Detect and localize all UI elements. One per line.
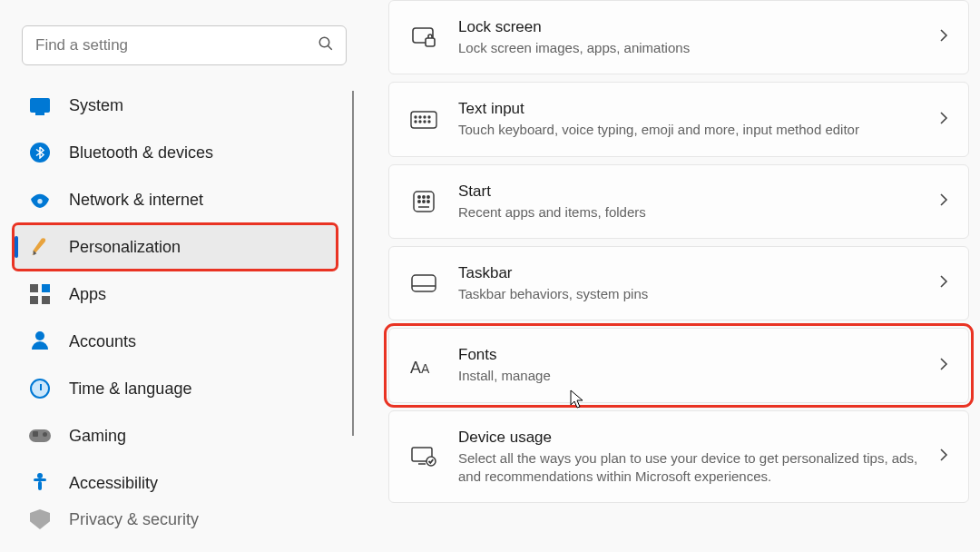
svg-point-18 xyxy=(418,201,420,202)
sidebar-scrollbar[interactable] xyxy=(352,91,354,436)
device-usage-icon xyxy=(409,446,438,468)
svg-point-7 xyxy=(419,116,421,118)
accessibility-icon xyxy=(27,473,53,493)
content-panel: Lock screen Lock screen images, apps, an… xyxy=(388,0,969,552)
sidebar-nav: System Bluetooth & devices Network & int… xyxy=(13,82,356,532)
card-text-input[interactable]: Text input Touch keyboard, voice typing,… xyxy=(388,82,969,156)
paintbrush-icon xyxy=(27,237,53,257)
card-title: Lock screen xyxy=(458,17,919,37)
sidebar-item-label: Network & internet xyxy=(69,191,203,210)
card-subtitle: Touch keyboard, voice typing, emoji and … xyxy=(458,121,919,139)
sidebar-item-accessibility[interactable]: Accessibility xyxy=(13,459,338,507)
card-subtitle: Recent apps and items, folders xyxy=(458,203,919,222)
sidebar-item-label: Bluetooth & devices xyxy=(69,143,213,163)
svg-point-6 xyxy=(415,116,416,118)
start-menu-icon xyxy=(409,190,438,213)
card-text: Start Recent apps and items, folders xyxy=(458,182,919,222)
card-fonts[interactable]: AA Fonts Install, manage xyxy=(388,328,969,402)
sidebar-item-label: Gaming xyxy=(69,427,126,446)
card-lock-screen[interactable]: Lock screen Lock screen images, apps, an… xyxy=(388,0,969,74)
svg-rect-4 xyxy=(426,38,435,46)
svg-point-19 xyxy=(423,201,425,202)
svg-point-2 xyxy=(37,199,42,203)
card-text: Text input Touch keyboard, voice typing,… xyxy=(458,99,919,139)
card-device-usage[interactable]: Device usage Select all the ways you pla… xyxy=(388,410,969,504)
card-start[interactable]: Start Recent apps and items, folders xyxy=(388,164,969,239)
sidebar-item-bluetooth[interactable]: Bluetooth & devices xyxy=(13,129,338,176)
sidebar-item-network[interactable]: Network & internet xyxy=(13,176,338,223)
chevron-right-icon xyxy=(939,448,948,466)
sidebar-item-system[interactable]: System xyxy=(13,82,338,129)
lock-screen-icon xyxy=(409,26,438,48)
card-title: Text input xyxy=(458,99,919,119)
card-title: Device usage xyxy=(458,428,919,448)
card-subtitle: Lock screen images, apps, animations xyxy=(458,39,919,57)
search-container xyxy=(22,25,347,65)
svg-point-12 xyxy=(424,121,426,123)
svg-point-11 xyxy=(419,121,421,123)
wifi-icon xyxy=(27,192,53,208)
sidebar-item-label: Personalization xyxy=(69,238,181,257)
sidebar-item-label: Apps xyxy=(69,285,106,304)
svg-point-10 xyxy=(415,121,416,123)
sidebar-item-label: Time & language xyxy=(69,380,191,399)
card-subtitle: Select all the ways you plan to use your… xyxy=(458,449,919,487)
card-title: Taskbar xyxy=(458,263,919,283)
keyboard-icon xyxy=(409,111,438,129)
svg-point-13 xyxy=(428,121,430,123)
chevron-right-icon xyxy=(939,192,948,211)
svg-point-17 xyxy=(427,196,429,198)
sidebar-item-label: Privacy & security xyxy=(69,510,199,529)
svg-text:A: A xyxy=(421,361,430,376)
sidebar-item-apps[interactable]: Apps xyxy=(13,271,338,318)
bluetooth-icon xyxy=(27,143,53,163)
svg-point-16 xyxy=(423,196,425,198)
monitor-icon xyxy=(27,98,53,113)
card-text: Device usage Select all the ways you pla… xyxy=(458,428,919,487)
person-icon xyxy=(27,331,53,351)
svg-point-8 xyxy=(424,116,426,118)
svg-line-1 xyxy=(328,45,332,50)
apps-icon xyxy=(27,284,53,304)
chevron-right-icon xyxy=(939,357,948,375)
sidebar-item-privacy[interactable]: Privacy & security xyxy=(13,507,338,532)
svg-point-9 xyxy=(428,116,430,118)
chevron-right-icon xyxy=(939,28,948,46)
sidebar-item-gaming[interactable]: Gaming xyxy=(13,412,338,459)
sidebar-item-label: Accessibility xyxy=(69,474,158,493)
svg-text:A: A xyxy=(410,359,421,377)
card-title: Start xyxy=(458,182,919,202)
card-subtitle: Taskbar behaviors, system pins xyxy=(458,285,919,303)
svg-point-0 xyxy=(319,37,329,47)
search-icon xyxy=(318,35,334,55)
taskbar-icon xyxy=(409,274,438,292)
sidebar-item-label: System xyxy=(69,96,123,115)
search-input[interactable] xyxy=(22,25,347,65)
svg-rect-22 xyxy=(412,275,436,291)
card-text: Lock screen Lock screen images, apps, an… xyxy=(458,17,919,57)
card-taskbar[interactable]: Taskbar Taskbar behaviors, system pins xyxy=(388,246,969,320)
chevron-right-icon xyxy=(939,274,948,292)
svg-rect-5 xyxy=(411,112,436,128)
clock-globe-icon xyxy=(27,379,53,399)
sidebar-item-personalization[interactable]: Personalization xyxy=(13,223,338,271)
gamepad-icon xyxy=(27,429,53,442)
svg-point-15 xyxy=(418,196,420,198)
svg-point-20 xyxy=(427,201,429,202)
sidebar-item-label: Accounts xyxy=(69,332,136,351)
fonts-icon: AA xyxy=(409,355,438,377)
sidebar-item-accounts[interactable]: Accounts xyxy=(13,318,338,365)
shield-icon xyxy=(27,509,53,529)
chevron-right-icon xyxy=(939,111,948,129)
sidebar: System Bluetooth & devices Network & int… xyxy=(0,0,363,552)
sidebar-item-time[interactable]: Time & language xyxy=(13,365,338,412)
card-text: Fonts Install, manage xyxy=(458,345,919,385)
card-title: Fonts xyxy=(458,345,919,365)
card-subtitle: Install, manage xyxy=(458,367,919,385)
card-text: Taskbar Taskbar behaviors, system pins xyxy=(458,263,919,303)
